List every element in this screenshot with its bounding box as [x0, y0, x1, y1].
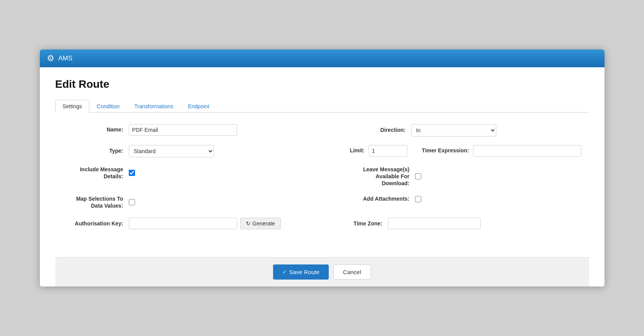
authorisation-key-input[interactable] [129, 218, 237, 229]
group-timezone: Time Zone: [311, 218, 581, 229]
generate-button[interactable]: ↻ Generate [240, 218, 281, 229]
save-route-button[interactable]: ✓ Save Route [273, 264, 328, 280]
include-message-label: Include MessageDetails: [63, 166, 129, 180]
group-include-message: Include MessageDetails: [63, 166, 311, 180]
group-limit-timer: Limit: Timer Expression: [307, 145, 581, 157]
type-select[interactable]: Standard Advanced [129, 145, 214, 157]
map-selections-checkbox[interactable] [129, 199, 135, 205]
leave-message-checkbox[interactable] [415, 173, 421, 179]
leave-message-label: Leave Message(s)Available ForDownload: [334, 166, 415, 187]
row-authkey-timezone: Authorisation Key: ↻ Generate Time Zone: [63, 218, 581, 229]
tab-endpoint[interactable]: Endpoint [181, 100, 217, 113]
direction-label: Direction: [334, 126, 411, 134]
save-label: Save Route [289, 269, 319, 275]
add-attachments-checkbox[interactable] [415, 196, 421, 202]
group-map-selections: Map Selections ToData Values: [63, 195, 311, 209]
checkmark-icon: ✓ [282, 269, 287, 275]
timer-expression-input[interactable] [473, 145, 581, 157]
name-input[interactable] [129, 124, 237, 136]
refresh-icon: ↻ [246, 220, 251, 227]
group-direction: Direction: In Out [311, 124, 581, 136]
limit-label: Limit: [330, 147, 369, 155]
authorisation-key-label: Authorisation Key: [63, 220, 129, 228]
app-header: ⚙ AMS [40, 49, 605, 67]
main-content: Edit Route Settings Condition Transforma… [40, 67, 605, 287]
timezone-label: Time Zone: [334, 220, 388, 228]
tab-settings[interactable]: Settings [55, 100, 90, 113]
cancel-button[interactable]: Cancel [333, 264, 371, 280]
type-label: Type: [63, 147, 129, 155]
direction-select[interactable]: In Out [411, 124, 496, 136]
include-message-checkbox[interactable] [129, 170, 135, 176]
limit-input[interactable] [369, 145, 407, 157]
row-include-leave: Include MessageDetails: Leave Message(s)… [63, 166, 581, 187]
form-footer: ✓ Save Route Cancel [55, 257, 589, 287]
gear-icon: ⚙ [47, 53, 55, 63]
row-name-direction: Name: Direction: In Out [63, 124, 581, 136]
map-selections-label: Map Selections ToData Values: [63, 195, 129, 209]
name-label: Name: [63, 126, 129, 134]
page-title: Edit Route [55, 78, 589, 90]
tab-transformations[interactable]: Transformations [127, 100, 181, 113]
group-name: Name: [63, 124, 311, 136]
group-add-attachments: Add Attachments: [311, 195, 581, 203]
tab-condition[interactable]: Condition [89, 100, 127, 113]
row-type-limit-timer: Type: Standard Advanced Limit: Timer Exp… [63, 145, 581, 157]
group-authkey: Authorisation Key: ↻ Generate [63, 218, 311, 229]
main-window: ⚙ AMS Edit Route Settings Condition Tran… [40, 49, 605, 287]
group-type: Type: Standard Advanced [63, 145, 307, 157]
add-attachments-label: Add Attachments: [334, 195, 415, 203]
tab-bar: Settings Condition Transformations Endpo… [55, 100, 589, 113]
generate-label: Generate [253, 220, 275, 227]
group-leave-message: Leave Message(s)Available ForDownload: [311, 166, 581, 187]
timezone-input[interactable] [388, 218, 481, 229]
app-title: AMS [58, 55, 73, 62]
timer-expression-label: Timer Expression: [407, 147, 473, 155]
row-map-attachments: Map Selections ToData Values: Add Attach… [63, 195, 581, 209]
settings-form: Name: Direction: In Out Type: Standard [55, 113, 589, 246]
